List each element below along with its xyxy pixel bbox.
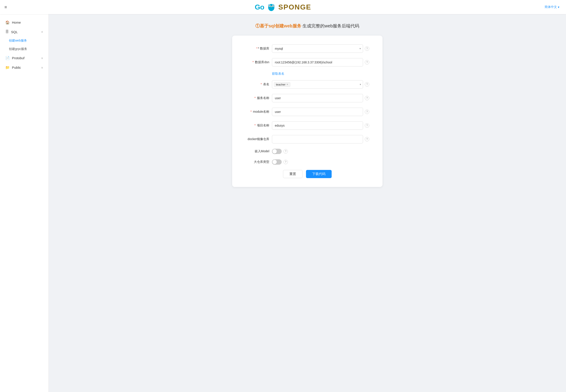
docker-label: docker镜像仓库 — [246, 137, 272, 141]
lang-label: 简体中文 — [545, 5, 557, 9]
embed-model-toggle-knob — [272, 149, 277, 154]
service-label: * 服务名称 — [246, 96, 272, 100]
form-row-project: * 项目名称 ? — [246, 121, 369, 130]
form-row-big-repo: 大仓库类型 ? — [246, 159, 369, 165]
protobuf-icon: 📄 — [5, 56, 10, 60]
database-select[interactable]: mysql postgresql sqlite — [272, 44, 363, 53]
dsn-input[interactable] — [272, 58, 363, 67]
project-help-icon[interactable]: ? — [365, 123, 369, 128]
docker-control: ? — [272, 135, 369, 143]
sql-icon: 🗄 — [5, 30, 9, 34]
big-repo-toggle-wrapper: ? — [272, 159, 288, 165]
module-help-icon[interactable]: ? — [365, 110, 369, 114]
layout: 🏠 Home 🗄 SQL ∧ 创建web服务 创建grpc服务 📄 Protob… — [0, 14, 566, 392]
embed-model-help-icon[interactable]: ? — [283, 149, 288, 154]
sidebar-public-header[interactable]: 📁 Public ∨ — [0, 63, 48, 72]
project-control: ? — [272, 121, 369, 130]
table-help-icon[interactable]: ? — [365, 82, 369, 87]
reset-button[interactable]: 重置 — [283, 170, 303, 178]
form-card: ** 数据库 mysql postgresql sqlite ▾ ? — [232, 36, 382, 187]
table-label: * 表名 — [246, 83, 272, 86]
table-tag-arrow-icon: ▾ — [360, 83, 361, 86]
service-help-icon[interactable]: ? — [365, 96, 369, 100]
sidebar-public-label: Public — [12, 66, 21, 69]
table-tag-input[interactable]: teacher ✕ ▾ — [272, 80, 363, 89]
big-repo-help-icon[interactable]: ? — [283, 160, 288, 164]
sidebar-item-create-grpc-service[interactable]: 创建grpc服务 — [3, 45, 48, 53]
main-content: ①基于sql创建web服务 生成完整的web服务后端代码 ** 数据库 mysq… — [49, 14, 566, 392]
get-table-name-link[interactable]: 获取表名 — [272, 72, 369, 76]
module-control: ? — [272, 108, 369, 116]
form-row-table: * 表名 teacher ✕ ▾ ? — [246, 80, 369, 89]
database-select-wrapper: mysql postgresql sqlite ▾ — [272, 44, 363, 53]
database-control: mysql postgresql sqlite ▾ ? — [272, 44, 369, 53]
module-label: * module名称 — [246, 110, 272, 114]
logo: Go SPONGE — [255, 2, 311, 12]
form-row-dsn: * 数据库dsn ? — [246, 58, 369, 67]
public-chevron-icon: ∨ — [41, 66, 43, 69]
lang-chevron-icon: ▾ — [558, 5, 559, 9]
sidebar-protobuf-header[interactable]: 📄 Protobuf ∨ — [0, 53, 48, 63]
form-row-docker: docker镜像仓库 ? — [246, 135, 369, 143]
project-input[interactable] — [272, 121, 363, 130]
form-row-database: ** 数据库 mysql postgresql sqlite ▾ ? — [246, 44, 369, 53]
logo-go-text: Go — [255, 3, 264, 11]
sidebar-sql-children: 创建web服务 创建grpc服务 — [0, 36, 48, 53]
create-web-label: 创建web服务 — [9, 39, 27, 43]
protobuf-chevron-icon: ∨ — [41, 56, 43, 60]
form-row-embed-model: 嵌入Model ? — [246, 149, 369, 154]
docker-input[interactable] — [272, 135, 363, 143]
embed-model-toggle-wrapper: ? — [272, 149, 288, 154]
sidebar: 🏠 Home 🗄 SQL ∧ 创建web服务 创建grpc服务 📄 Protob… — [0, 14, 49, 392]
page-title: ①基于sql创建web服务 生成完整的web服务后端代码 — [255, 23, 359, 29]
docker-help-icon[interactable]: ? — [365, 137, 369, 141]
form-row-service: * 服务名称 ? — [246, 94, 369, 102]
create-grpc-label: 创建grpc服务 — [9, 47, 27, 51]
sidebar-sql-label: SQL — [11, 30, 18, 34]
service-control: ? — [272, 94, 369, 102]
sidebar-home-label: Home — [12, 21, 21, 24]
table-control: teacher ✕ ▾ ? — [272, 80, 369, 89]
download-button[interactable]: 下载代码 — [306, 170, 332, 178]
table-tag-close-icon[interactable]: ✕ — [286, 83, 288, 86]
table-tag-teacher: teacher ✕ — [274, 82, 290, 87]
embed-model-label: 嵌入Model — [246, 149, 272, 153]
menu-toggle-button[interactable]: ≡ — [4, 5, 7, 10]
sql-chevron-icon: ∧ — [41, 30, 43, 33]
embed-model-toggle[interactable] — [272, 149, 282, 154]
dsn-help-icon[interactable]: ? — [365, 60, 369, 65]
module-input[interactable] — [272, 108, 363, 116]
form-buttons: 重置 下载代码 — [246, 170, 369, 178]
sidebar-sql-header[interactable]: 🗄 SQL ∧ — [0, 27, 48, 36]
page-title-normal: 生成完整的web服务后端代码 — [303, 23, 359, 28]
gopher-icon — [266, 2, 276, 12]
big-repo-toggle[interactable] — [272, 159, 282, 165]
sidebar-protobuf-label: Protobuf — [12, 56, 25, 60]
form-row-module: * module名称 ? — [246, 108, 369, 116]
database-label: ** 数据库 — [246, 47, 272, 51]
project-label: * 项目名称 — [246, 124, 272, 127]
svg-point-5 — [269, 5, 270, 6]
public-icon: 📁 — [5, 65, 10, 70]
big-repo-toggle-knob — [272, 160, 277, 164]
big-repo-label: 大仓库类型 — [246, 160, 272, 164]
sidebar-item-home[interactable]: 🏠 Home — [0, 18, 48, 27]
service-input[interactable] — [272, 94, 363, 102]
dsn-control: ? — [272, 58, 369, 67]
page-title-highlight: ①基于sql创建web服务 — [255, 23, 301, 28]
header: ≡ Go SPONGE 简体中文 ▾ — [0, 0, 566, 14]
sidebar-item-create-web-service[interactable]: 创建web服务 — [3, 36, 48, 45]
logo-sponge-text: SPONGE — [278, 3, 311, 11]
language-switcher[interactable]: 简体中文 ▾ — [545, 5, 559, 9]
sidebar-section-sql: 🗄 SQL ∧ 创建web服务 创建grpc服务 — [0, 27, 48, 53]
dsn-label: * 数据库dsn — [246, 60, 272, 64]
home-icon: 🏠 — [5, 20, 10, 25]
database-help-icon[interactable]: ? — [365, 46, 369, 51]
svg-point-7 — [270, 6, 272, 7]
svg-point-6 — [273, 5, 274, 6]
